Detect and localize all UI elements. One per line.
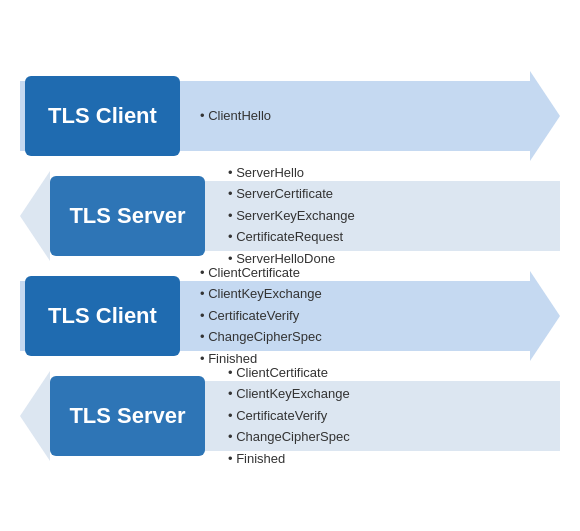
list-item: ClientHello	[200, 105, 512, 126]
row-4-bullets: ClientCertificate ClientKeyExchange Cert…	[210, 362, 560, 469]
list-item: CertificateVerify	[228, 405, 540, 426]
row-4-body: TLS Server ClientCertificate ClientKeyEx…	[50, 381, 560, 451]
list-item: ClientKeyExchange	[228, 383, 540, 404]
row-2-bullets: ServerHello ServerCertificate ServerKeyE…	[210, 162, 560, 269]
row-2-arrow: TLS Server ServerHello ServerCertificate…	[20, 171, 560, 261]
row-2-arrowhead	[20, 171, 50, 261]
list-item: Finished	[228, 448, 540, 469]
tls-server-label-2: TLS Server	[50, 376, 205, 456]
tls-client-label-1: TLS Client	[25, 76, 180, 156]
list-item: ServerCertificate	[228, 183, 540, 204]
row-2-body: TLS Server ServerHello ServerCertificate…	[50, 181, 560, 251]
list-item: ServerKeyExchange	[228, 205, 540, 226]
row-1-body: TLS Client ClientHello	[20, 81, 530, 151]
list-item: ClientKeyExchange	[200, 283, 512, 304]
row-3-arrowhead	[530, 271, 560, 361]
list-item: CertificateVerify	[200, 305, 512, 326]
tls-client-label-2: TLS Client	[25, 276, 180, 356]
list-item: ServerHello	[228, 162, 540, 183]
tls-server-label-1: TLS Server	[50, 176, 205, 256]
row-3-bullets: ClientCertificate ClientKeyExchange Cert…	[180, 262, 530, 369]
row-1-bullets: ClientHello	[180, 105, 530, 126]
list-item: CertificateRequest	[228, 226, 540, 247]
list-item: ChangeCipherSpec	[200, 326, 512, 347]
row-4-arrowhead	[20, 371, 50, 461]
list-item: ClientCertificate	[228, 362, 540, 383]
list-item: ClientCertificate	[200, 262, 512, 283]
row-3-arrow: TLS Client ClientCertificate ClientKeyEx…	[20, 271, 560, 361]
row-4-arrow: TLS Server ClientCertificate ClientKeyEx…	[20, 371, 560, 461]
row-3-body: TLS Client ClientCertificate ClientKeyEx…	[20, 281, 530, 351]
row-1-arrow: TLS Client ClientHello	[20, 71, 560, 161]
row-1-arrowhead	[530, 71, 560, 161]
list-item: ChangeCipherSpec	[228, 426, 540, 447]
